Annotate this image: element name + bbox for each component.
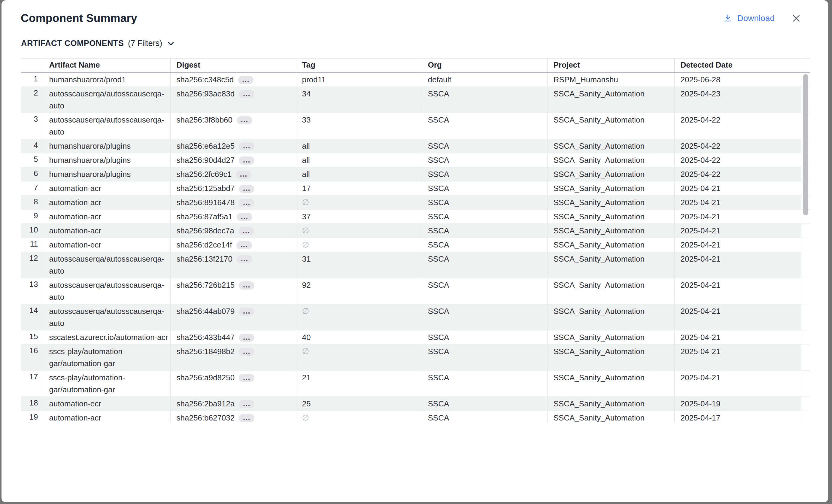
digest-value: sha256:a9d8250	[177, 373, 235, 382]
project-cell: SSCA_Sanity_Automation	[547, 278, 674, 304]
digest-expand-chip[interactable]: …	[237, 213, 252, 221]
digest-cell: sha256:90d4d27…	[170, 153, 296, 167]
artifact-name-cell: automation-ecr	[43, 396, 170, 410]
digest-expand-chip[interactable]: …	[239, 414, 254, 422]
table-scrollbar-thumb[interactable]	[803, 74, 808, 215]
table-header-row: Artifact Name Digest Tag Org Project Det…	[21, 59, 810, 72]
artifact-name-cell: automation-acr	[43, 195, 170, 209]
project-cell: RSPM_Humanshu	[547, 72, 674, 86]
tag-cell: all	[296, 139, 422, 153]
digest-expand-chip[interactable]: …	[239, 142, 254, 151]
artifact-name-cell: humanshuarora/plugins	[43, 139, 170, 153]
row-index-cell: 4	[21, 139, 43, 153]
tag-cell: 17	[296, 181, 422, 195]
tag-cell: 25	[296, 396, 422, 410]
digest-value: sha256:93ae83d	[177, 89, 235, 98]
digest-expand-chip[interactable]: …	[239, 199, 254, 207]
tag-cell: ∅	[296, 238, 422, 252]
project-cell: SSCA_Sanity_Automation	[547, 113, 674, 139]
artifact-name-line: auto	[49, 100, 170, 112]
artifact-name-line: autosscauserqa/autosscauserqa-	[49, 305, 170, 317]
artifact-name-cell: sscs-play/automation-gar/automation-gar	[43, 344, 170, 370]
table-row: 14autosscauserqa/autosscauserqa-autosha2…	[21, 304, 810, 330]
digest-expand-chip[interactable]: …	[239, 334, 254, 342]
detected-date-cell: 2025-04-21	[674, 195, 801, 209]
tag-value: 25	[302, 399, 311, 408]
org-cell: SSCA	[422, 167, 547, 181]
digest-expand-chip[interactable]: …	[238, 227, 254, 235]
org-cell: SSCA	[422, 410, 547, 422]
row-index-cell: 10	[21, 223, 43, 238]
column-header-detected-date: Detected Date	[674, 59, 801, 72]
artifact-name-line: autosscauserqa/autosscauserqa-	[49, 88, 170, 100]
digest-expand-chip[interactable]: …	[239, 308, 254, 316]
row-index-cell: 16	[21, 344, 43, 370]
project-cell: SSCA_Sanity_Automation	[547, 86, 674, 113]
artifact-components-toggle[interactable]: ARTIFACT COMPONENTS (7 Filters)	[21, 39, 175, 48]
digest-expand-chip[interactable]: …	[239, 282, 254, 290]
digest-value: sha256:87af5a1	[177, 212, 233, 221]
digest-cell: sha256:98dec7a…	[170, 223, 296, 238]
tag-cell: 40	[296, 330, 422, 344]
detected-date-cell: 2025-04-21	[674, 344, 801, 370]
download-button[interactable]: Download	[723, 14, 775, 23]
org-cell: SSCA	[422, 370, 547, 396]
close-button[interactable]	[790, 12, 802, 24]
digest-expand-chip[interactable]: …	[239, 90, 254, 98]
artifact-name-line: automation-ecr	[49, 239, 170, 251]
digest-expand-chip[interactable]: …	[239, 374, 254, 382]
tag-cell: all	[296, 167, 422, 181]
artifact-name-cell: automation-acr	[43, 410, 170, 422]
table-row: 2autosscauserqa/autosscauserqa-autosha25…	[21, 86, 810, 113]
tag-value: 21	[302, 373, 311, 382]
digest-value: sha256:e6a12e5	[177, 141, 235, 151]
org-cell: SSCA	[422, 396, 547, 410]
page-title: Component Summary	[21, 12, 137, 25]
digest-expand-chip[interactable]: …	[239, 157, 254, 165]
digest-expand-chip[interactable]: …	[237, 255, 252, 263]
column-header-tag: Tag	[296, 59, 422, 72]
row-index-cell: 12	[21, 252, 43, 278]
scroll-gutter-cell	[801, 223, 810, 238]
digest-cell: sha256:18498b2…	[170, 344, 296, 370]
table-row: 6humanshuarora/pluginssha256:2fc69c1…all…	[21, 167, 810, 181]
digest-expand-chip[interactable]: …	[236, 170, 252, 179]
detected-date-cell: 2025-04-21	[674, 181, 801, 195]
row-index-cell: 3	[21, 113, 43, 139]
table-row: 15sscatest.azurecr.io/automation-acrsha2…	[21, 330, 810, 344]
tag-cell: 34	[296, 86, 422, 113]
artifact-name-line: humanshuarora/plugins	[49, 140, 170, 152]
digest-expand-chip[interactable]: …	[238, 76, 254, 84]
detected-date-cell: 2025-04-21	[674, 278, 801, 304]
digest-expand-chip[interactable]: …	[236, 241, 252, 249]
digest-expand-chip[interactable]: …	[239, 185, 254, 193]
detected-date-cell: 2025-04-23	[674, 86, 801, 113]
table-row: 9automation-acrsha256:87af5a1…37SSCASSCA…	[21, 209, 810, 223]
digest-expand-chip[interactable]: …	[239, 348, 254, 356]
digest-expand-chip[interactable]: …	[237, 116, 252, 124]
digest-cell: sha256:8916478…	[170, 195, 296, 209]
artifact-name-cell: automation-ecr	[43, 238, 170, 252]
row-index-cell: 2	[21, 86, 43, 113]
project-cell: SSCA_Sanity_Automation	[547, 195, 674, 209]
chevron-down-icon	[167, 39, 175, 48]
components-table: Artifact Name Digest Tag Org Project Det…	[21, 59, 810, 422]
scroll-gutter-cell	[801, 252, 810, 278]
column-header-digest: Digest	[170, 59, 296, 72]
table-row: 12autosscauserqa/autosscauserqa-autosha2…	[21, 252, 810, 278]
artifact-name-line: auto	[49, 317, 170, 329]
table-row: 5humanshuarora/pluginssha256:90d4d27…all…	[21, 153, 810, 167]
digest-cell: sha256:d2ce14f…	[170, 238, 296, 252]
empty-tag-icon: ∅	[302, 307, 309, 316]
row-index-cell: 11	[21, 238, 43, 252]
project-cell: SSCA_Sanity_Automation	[547, 330, 674, 344]
artifact-name-cell: automation-acr	[43, 209, 170, 223]
digest-cell: sha256:433b447…	[170, 330, 296, 344]
digest-expand-chip[interactable]: …	[239, 400, 254, 408]
scroll-gutter-cell	[801, 238, 810, 252]
digest-value: sha256:2ba912a	[177, 399, 235, 408]
artifact-name-cell: autosscauserqa/autosscauserqa-auto	[43, 278, 170, 304]
scroll-gutter-cell	[801, 278, 810, 304]
tag-value: all	[302, 156, 310, 165]
dialog-header: Component Summary Download	[1, 0, 828, 25]
